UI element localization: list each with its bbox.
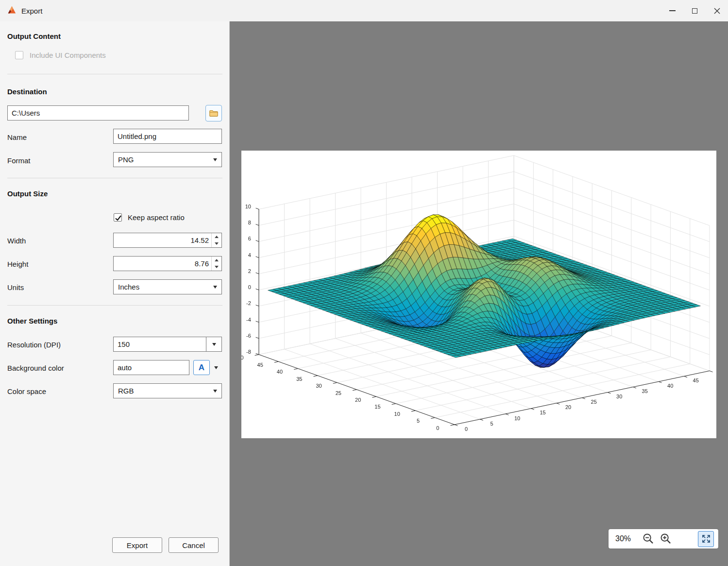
background-color-input[interactable]	[113, 360, 189, 375]
spin-up-button[interactable]	[212, 257, 221, 264]
name-label: Name	[7, 133, 27, 141]
zoom-out-icon	[642, 532, 655, 545]
spin-up-button[interactable]	[212, 233, 221, 240]
keep-aspect-label: Keep aspect ratio	[128, 213, 185, 222]
background-color-label: Background color	[7, 364, 64, 372]
file-name-input[interactable]	[113, 129, 222, 144]
zoom-level: 30%	[615, 534, 631, 543]
width-label: Width	[7, 237, 26, 245]
settings-panel: Output Content Include UI Components Des…	[0, 21, 230, 566]
maximize-button[interactable]	[683, 0, 706, 21]
colorspace-value: RGB	[118, 387, 134, 395]
spin-down-button[interactable]	[212, 264, 221, 271]
height-label: Height	[7, 260, 28, 268]
minimize-icon	[669, 10, 676, 11]
units-label: Units	[7, 283, 24, 292]
width-input[interactable]	[113, 233, 222, 248]
units-value: Inches	[118, 283, 139, 291]
chevron-down-icon	[213, 390, 217, 393]
zoom-in-button[interactable]	[659, 532, 673, 546]
other-settings-heading: Other Settings	[7, 317, 57, 325]
keep-aspect-checkbox[interactable]	[114, 213, 122, 222]
check-icon	[114, 214, 122, 222]
section-divider	[7, 178, 222, 178]
cancel-button[interactable]: Cancel	[169, 537, 219, 553]
output-size-heading: Output Size	[7, 189, 48, 198]
output-content-heading: Output Content	[7, 32, 61, 40]
width-spin-buttons	[211, 233, 221, 247]
format-dropdown[interactable]: PNG	[113, 152, 222, 167]
width-spinner	[113, 233, 222, 248]
window-controls	[661, 0, 728, 21]
colorspace-label: Color space	[7, 387, 46, 395]
folder-icon	[208, 108, 219, 119]
close-icon	[714, 8, 720, 14]
close-button[interactable]	[706, 0, 728, 21]
preview-area: 30%	[230, 21, 728, 566]
resolution-input[interactable]	[113, 337, 206, 352]
destination-path-input[interactable]	[7, 105, 189, 120]
section-divider	[7, 74, 222, 74]
units-dropdown[interactable]: Inches	[113, 279, 222, 294]
titlebar: Export	[0, 0, 728, 21]
background-color-dropdown-button[interactable]	[210, 360, 222, 375]
arrow-down-icon	[215, 242, 219, 245]
format-label: Format	[7, 156, 31, 165]
browse-folder-button[interactable]	[205, 105, 222, 121]
colorspace-dropdown[interactable]: RGB	[113, 383, 222, 398]
color-letter-icon: A	[199, 363, 204, 373]
arrow-down-icon	[215, 266, 219, 268]
resolution-dropdown-button[interactable]	[206, 337, 222, 352]
maximize-icon	[692, 8, 697, 14]
resolution-label: Resolution (DPI)	[7, 341, 61, 349]
arrow-up-icon	[215, 259, 219, 261]
chevron-down-icon	[214, 366, 218, 369]
export-dialog-window: Export Output Content Include UI Compone…	[0, 0, 728, 566]
background-color-picker-button[interactable]: A	[193, 360, 210, 375]
preview-plot	[241, 151, 716, 438]
include-ui-checkbox[interactable]	[15, 51, 23, 59]
zoom-out-button[interactable]	[642, 532, 655, 546]
section-divider	[7, 305, 222, 306]
format-value: PNG	[118, 155, 134, 164]
minimize-button[interactable]	[661, 0, 683, 21]
fit-to-window-button[interactable]	[698, 531, 714, 547]
zoom-in-icon	[660, 532, 672, 545]
spin-down-button[interactable]	[212, 240, 221, 248]
chevron-down-icon	[213, 158, 217, 161]
export-button[interactable]: Export	[112, 537, 162, 553]
fit-to-window-icon	[701, 534, 711, 544]
chevron-down-icon	[212, 343, 216, 346]
height-spin-buttons	[211, 257, 221, 271]
arrow-up-icon	[215, 236, 219, 238]
chevron-down-icon	[213, 286, 217, 289]
include-ui-label: Include UI Components	[30, 51, 106, 59]
height-spinner	[113, 256, 222, 271]
zoom-toolbar: 30%	[609, 529, 718, 549]
preview-plot-canvas	[241, 151, 716, 438]
app-logo-icon	[6, 5, 17, 16]
window-title: Export	[21, 7, 42, 15]
height-input[interactable]	[113, 256, 222, 271]
destination-heading: Destination	[7, 87, 47, 96]
